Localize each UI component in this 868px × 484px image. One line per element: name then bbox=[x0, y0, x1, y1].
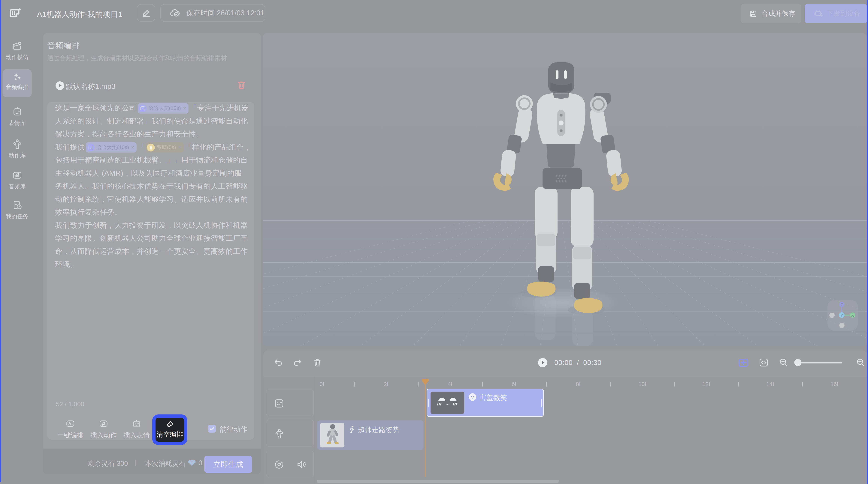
svg-text:Z: Z bbox=[841, 303, 843, 307]
svg-text:Y: Y bbox=[840, 313, 843, 317]
svg-text:X: X bbox=[851, 313, 854, 317]
